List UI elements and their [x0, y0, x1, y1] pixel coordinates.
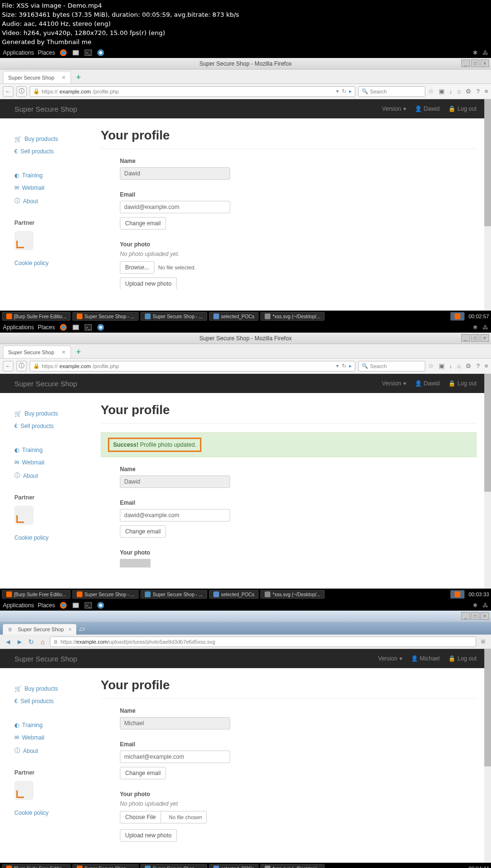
sidebar-sell[interactable]: €Sell products	[14, 145, 91, 158]
extension-icon[interactable]: ⚙	[466, 362, 471, 370]
action-icon[interactable]: ▸	[349, 88, 352, 94]
applications-menu[interactable]: Applications	[3, 49, 34, 56]
bluetooth-icon[interactable]: ✱	[473, 49, 478, 56]
task-firefox-1[interactable]: Super Secure Shop - ...	[72, 864, 139, 868]
tab-close-icon[interactable]: ×	[69, 626, 71, 632]
reader-icon[interactable]: ↻	[342, 88, 346, 94]
sidebar-sell[interactable]: €Sell products	[14, 420, 91, 432]
version-dropdown[interactable]: Version ▾	[378, 655, 402, 662]
home-icon[interactable]: ⌂	[457, 88, 461, 95]
back-button[interactable]: ←	[3, 86, 13, 97]
firefox-launcher-icon[interactable]	[59, 48, 68, 57]
task-burp[interactable]: [Burp Suite Free Editio...	[2, 312, 70, 321]
home-icon[interactable]: ⌂	[457, 362, 461, 370]
task-folder[interactable]: selected_POCs	[209, 312, 258, 321]
downloads-icon[interactable]: ↓	[449, 362, 453, 370]
dropdown-icon[interactable]: ▾	[336, 363, 339, 369]
terminal-launcher-icon[interactable]: >_	[84, 601, 93, 610]
logout-link[interactable]: 🔒 Log out	[448, 655, 477, 662]
scrollbar[interactable]	[484, 99, 491, 311]
close-button[interactable]: ×	[480, 59, 489, 67]
bluetooth-icon[interactable]: ✱	[473, 324, 478, 331]
partner-logo[interactable]	[14, 231, 34, 250]
logout-link[interactable]: 🔒 Log out	[448, 380, 477, 387]
task-active[interactable]	[450, 312, 465, 321]
terminal-launcher-icon[interactable]: >_	[84, 323, 93, 332]
task-file[interactable]: *xss.svg (~/Desktop/...	[260, 590, 325, 599]
email-input[interactable]	[120, 509, 230, 521]
extension-icon[interactable]: ⚙	[466, 88, 471, 95]
task-folder[interactable]: selected_POCs	[209, 590, 258, 599]
sidebar-webmail[interactable]: ✉Webmail	[14, 731, 91, 744]
firefox-launcher-icon[interactable]	[59, 601, 68, 610]
change-email-button[interactable]: Change email	[120, 767, 166, 779]
network-icon[interactable]: 🖧	[482, 49, 488, 56]
user-menu[interactable]: 👤 Dawid	[415, 105, 440, 112]
partner-logo[interactable]	[14, 506, 34, 525]
firefox-launcher-icon[interactable]	[59, 323, 68, 332]
menu-icon[interactable]: ≡	[484, 88, 488, 95]
identity-button[interactable]: ⓘ	[16, 86, 27, 97]
browser-tab[interactable]: Super Secure Shop ×	[3, 346, 71, 358]
browse-button[interactable]: Browse...	[120, 261, 154, 274]
help-icon[interactable]: ?	[476, 88, 479, 95]
url-input[interactable]: 🔒 https://example.com/profile.php ▾ ↻ ▸	[30, 361, 355, 371]
sidebar-webmail[interactable]: ✉Webmail	[14, 182, 91, 194]
files-launcher-icon[interactable]	[71, 48, 80, 57]
places-menu[interactable]: Places	[38, 602, 55, 609]
url-input[interactable]: 🔒 https://example.com/profile.php ▾ ↻ ▸	[30, 86, 355, 97]
scrollbar[interactable]	[484, 649, 491, 863]
choose-file-button[interactable]: Choose File	[120, 811, 161, 823]
task-chrome[interactable]: Super Secure Shop - ...	[140, 590, 207, 599]
task-active[interactable]	[450, 590, 465, 599]
reader-icon[interactable]: ↻	[342, 363, 346, 369]
cookie-policy-link[interactable]: Cookie policy	[14, 532, 91, 544]
forward-button[interactable]: ►	[14, 637, 25, 647]
sidebar-sell[interactable]: €Sell products	[14, 695, 91, 707]
partner-logo[interactable]	[14, 781, 34, 800]
places-menu[interactable]: Places	[38, 324, 55, 331]
network-icon[interactable]: 🖧	[482, 602, 488, 609]
version-dropdown[interactable]: Version ▾	[382, 105, 406, 112]
sidebar-webmail[interactable]: ✉Webmail	[14, 456, 91, 469]
back-button[interactable]: ←	[3, 361, 13, 371]
bookmark-icon[interactable]: ☆	[428, 88, 434, 95]
maximize-button[interactable]: □	[471, 612, 479, 620]
maximize-button[interactable]: □	[471, 59, 479, 67]
identity-button[interactable]: ⓘ	[16, 361, 27, 371]
task-file[interactable]: *xss.svg (~/Desktop/...	[260, 312, 325, 321]
logout-link[interactable]: 🔒 Log out	[448, 105, 477, 112]
brand-link[interactable]: Super Secure Shop	[14, 380, 77, 388]
task-firefox-1[interactable]: Super Secure Shop - ...	[72, 312, 139, 321]
new-tab-button[interactable]: +	[74, 347, 83, 357]
applications-menu[interactable]: Applications	[3, 602, 34, 609]
browser-tab[interactable]: Super Secure Shop ×	[3, 71, 71, 83]
close-button[interactable]: ×	[480, 612, 489, 620]
sidebar-about[interactable]: ⓘAbout	[14, 744, 91, 758]
brand-link[interactable]: Super Secure Shop	[14, 655, 77, 663]
sidebar-about[interactable]: ⓘAbout	[14, 469, 91, 483]
bluetooth-icon[interactable]: ✱	[473, 602, 478, 609]
sidebar-buy[interactable]: 🛒Buy products	[14, 133, 91, 145]
chrome-tab[interactable]: 🗎 Super Secure Shop ×	[3, 624, 76, 635]
cookie-policy-link[interactable]: Cookie policy	[14, 257, 91, 269]
task-file[interactable]: *xss.svg (~/Desktop/...	[260, 864, 325, 868]
action-icon[interactable]: ▸	[349, 363, 352, 369]
change-email-button[interactable]: Change email	[120, 525, 166, 538]
scrollbar[interactable]	[484, 374, 491, 589]
minimize-button[interactable]: _	[461, 59, 470, 67]
version-dropdown[interactable]: Version ▾	[382, 380, 406, 387]
user-menu[interactable]: 👤 Dawid	[415, 380, 440, 387]
minimize-button[interactable]: _	[461, 334, 470, 342]
chrome-launcher-icon[interactable]	[96, 48, 105, 57]
tab-close-icon[interactable]: ×	[62, 74, 66, 81]
url-input[interactable]: 🗎 https://example.com/upload/pictures/ph…	[50, 637, 476, 647]
task-burp[interactable]: [Burp Suite Free Editio...	[2, 590, 70, 599]
email-input[interactable]	[120, 201, 230, 213]
sidebar-training[interactable]: ◐Training	[14, 719, 91, 731]
chrome-launcher-icon[interactable]	[96, 601, 105, 610]
sidebar-training[interactable]: ◐Training	[14, 169, 91, 182]
dropdown-icon[interactable]: ▾	[336, 88, 339, 94]
bookmark-icon[interactable]: ☆	[428, 362, 434, 370]
new-tab-button[interactable]: ▱	[79, 624, 85, 633]
